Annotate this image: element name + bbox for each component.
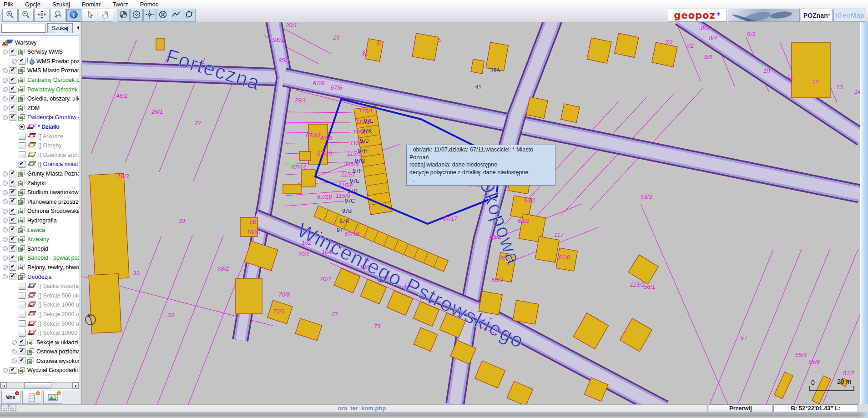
- resize-grip[interactable]: [0, 404, 16, 412]
- expand-handle-icon[interactable]: [3, 181, 8, 186]
- layer-studium-uwarunkowa[interactable]: Studium uwarunkowa: [0, 188, 79, 197]
- quadrant-wheel-button[interactable]: [117, 9, 130, 22]
- layer-checkbox[interactable]: [10, 236, 16, 243]
- layer-ewidencja-gruntów-s[interactable]: Ewidencja Gruntów - s: [0, 113, 79, 122]
- layer-zdm[interactable]: ZDM: [0, 104, 79, 113]
- zoom-out-button[interactable]: [18, 9, 34, 22]
- geopoz-logo[interactable]: geopoz*: [668, 9, 727, 22]
- map-canvas[interactable]: 48/226/12718/330333268/220/196/295/167/9…: [82, 22, 860, 404]
- layer-checkbox[interactable]: [19, 283, 25, 290]
- layer-checkbox[interactable]: [10, 96, 16, 102]
- layer-planowanie-przestrzen[interactable]: Planowanie przestrzen: [0, 197, 79, 207]
- layer-checkbox[interactable]: [10, 171, 16, 177]
- layer-checkbox[interactable]: [10, 49, 16, 55]
- layer-checkbox[interactable]: [19, 320, 25, 327]
- layer-wms-miasto-poznań[interactable]: WMS Miasto Poznań: [0, 66, 79, 76]
- layer-wms-powiat-pozna[interactable]: WMS Powiat pozna: [0, 57, 79, 66]
- zoom-in-button[interactable]: [2, 9, 18, 22]
- layer-checkbox[interactable]: [19, 311, 25, 317]
- layer-sekcje-5000-u[interactable]: [] Sekcje 5000 u: [0, 319, 79, 328]
- expand-handle-icon[interactable]: [3, 246, 8, 251]
- layer-checkbox[interactable]: [10, 86, 16, 93]
- expand-handle-icon[interactable]: [12, 340, 17, 345]
- layer-checkbox[interactable]: [19, 151, 25, 158]
- layer-checkbox[interactable]: [19, 302, 25, 308]
- layer-tree-root[interactable]: Warstwy: [0, 38, 79, 47]
- layer-centralny-ośrodek-do[interactable]: Centralny Ośrodek Do: [0, 76, 79, 85]
- banner-image[interactable]: [728, 9, 800, 22]
- layer-checkbox[interactable]: [19, 161, 25, 168]
- expand-handle-icon[interactable]: [3, 265, 8, 270]
- menu-twórz[interactable]: Twórz: [111, 1, 129, 8]
- pan-button[interactable]: [34, 9, 50, 22]
- layer-powiatowy-ośrodek-d[interactable]: Powiatowy Ośrodek D: [0, 85, 79, 94]
- layer-sekcje-w-układzie[interactable]: Sekcje w układzie: [0, 337, 79, 347]
- layer-radio[interactable]: [19, 124, 25, 130]
- expand-handle-icon[interactable]: [3, 190, 8, 195]
- layer-checkbox[interactable]: [10, 105, 16, 111]
- layer-checkbox[interactable]: [10, 367, 16, 374]
- expand-handle-icon[interactable]: [3, 237, 8, 242]
- scrollbar-track[interactable]: [7, 383, 72, 388]
- layer-checkbox[interactable]: [10, 114, 16, 121]
- layer-checkbox[interactable]: [19, 133, 25, 140]
- layer-rejony-rewiry-obwod[interactable]: Rejony, rewiry, obwod: [0, 263, 79, 272]
- layer-checkbox[interactable]: [10, 227, 16, 233]
- expand-handle-icon[interactable]: [3, 115, 8, 120]
- expand-handle-icon[interactable]: [3, 368, 8, 373]
- layer-sanepid-powiat-pozn[interactable]: Sanepid - powiat pozn: [0, 253, 79, 263]
- expand-handle-icon[interactable]: [3, 171, 8, 176]
- polyline-button[interactable]: [170, 9, 182, 22]
- layer-osnowa-wysokoś[interactable]: Osnowa wysokoś: [0, 357, 79, 366]
- expand-handle-icon[interactable]: [3, 50, 8, 55]
- menu-szukaj[interactable]: Szukaj: [51, 1, 71, 8]
- layer-sekcje-10000[interactable]: [] Sekcje 10000: [0, 328, 79, 338]
- expand-handle-icon[interactable]: [12, 358, 17, 363]
- expand-handle-icon[interactable]: [3, 87, 8, 92]
- layer-checkbox[interactable]: [10, 245, 16, 252]
- menu-opcje[interactable]: Opcje: [24, 1, 41, 8]
- layer-hydrografia[interactable]: Hydrografia: [0, 216, 79, 226]
- layer-sekcje-2000-u[interactable]: [] Sekcje 2000 u: [0, 310, 79, 319]
- layer-checkbox[interactable]: [19, 58, 25, 65]
- layer-checkbox[interactable]: [10, 208, 16, 215]
- layer-granica-miast[interactable]: [] Granica miast: [0, 160, 79, 169]
- expand-handle-icon[interactable]: [12, 349, 17, 354]
- expand-handle-icon[interactable]: [3, 274, 8, 279]
- add-image-button[interactable]: +: [43, 391, 62, 404]
- layer-zabytki[interactable]: Zabytki: [0, 178, 79, 188]
- expand-handle-icon[interactable]: [3, 106, 8, 111]
- expand-handle-icon[interactable]: [3, 199, 8, 204]
- layer-checkbox[interactable]: [19, 292, 25, 299]
- scrollbar-thumb[interactable]: [24, 383, 51, 388]
- search-button[interactable]: Szukaj: [47, 23, 73, 33]
- layer-checkbox[interactable]: [19, 348, 25, 355]
- layer-obręby[interactable]: [] Obręby: [0, 141, 79, 151]
- expand-handle-icon[interactable]: [3, 78, 8, 83]
- menu-pomiar[interactable]: Pomiar: [81, 1, 101, 8]
- layer-checkbox[interactable]: [10, 77, 16, 84]
- expand-handle-icon[interactable]: [3, 218, 8, 223]
- layer-sekcje-500-uk[interactable]: [] Sekcje 500 uk: [0, 291, 79, 300]
- hand-pan-button[interactable]: [98, 9, 113, 22]
- layer-serwisy-wms[interactable]: Serwisy WMS: [0, 47, 79, 57]
- layer-checkbox[interactable]: [10, 189, 16, 196]
- expand-handle-icon[interactable]: [3, 209, 8, 214]
- polygon-button[interactable]: [183, 9, 196, 22]
- layer-checkbox[interactable]: [19, 339, 25, 346]
- layer-osnowa-pozioma[interactable]: Osnowa pozioma: [0, 347, 79, 357]
- add-document-button[interactable]: +: [22, 391, 41, 404]
- expand-handle-icon[interactable]: [3, 256, 8, 261]
- menu-plik[interactable]: Plik: [3, 1, 14, 8]
- poznan-logo[interactable]: POZnan*: [801, 9, 833, 22]
- expand-handle-icon[interactable]: [3, 227, 8, 232]
- tree-horizontal-scrollbar[interactable]: [0, 382, 79, 389]
- layer-siatka-kwadra[interactable]: [] Siatka kwadra: [0, 282, 79, 291]
- layer-checkbox[interactable]: [10, 264, 16, 271]
- scroll-right-arrow[interactable]: [72, 383, 79, 388]
- crosshair-button[interactable]: [143, 9, 156, 22]
- layer-ławica[interactable]: Ławica: [0, 225, 79, 235]
- layer-checkbox[interactable]: [10, 255, 16, 262]
- layer-arkusze[interactable]: [] Arkusze: [0, 131, 79, 141]
- layer-sekcje-1000-u[interactable]: [] Sekcje 1000 u: [0, 300, 79, 310]
